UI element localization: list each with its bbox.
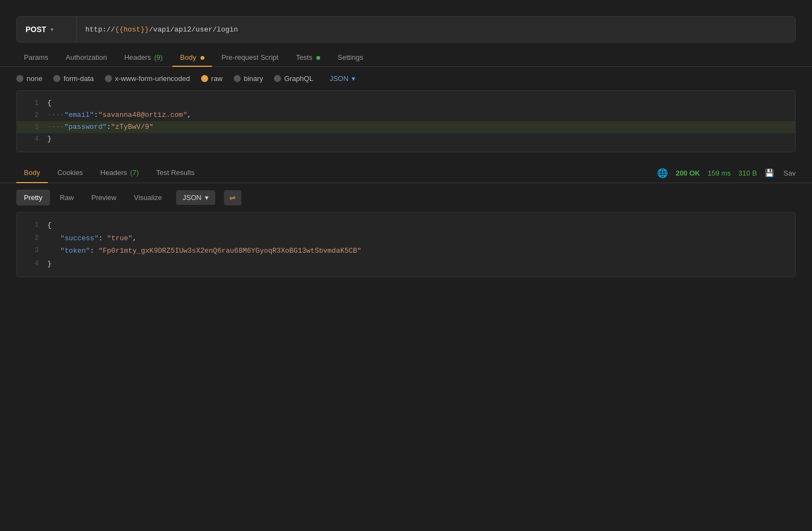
response-tab-cookies[interactable]: Cookies bbox=[50, 163, 91, 183]
url-display[interactable]: http://{{host}}/vapi/api2/user/login bbox=[77, 26, 795, 34]
resp-line-num-3: 3 bbox=[23, 245, 39, 257]
response-headers-badge: (7) bbox=[130, 168, 139, 177]
resp-line-content-2: "success": "true", bbox=[47, 232, 789, 245]
request-line-3: 3 ····"password":"zTyBwV/9" bbox=[17, 121, 795, 133]
radio-raw-circle bbox=[201, 75, 208, 82]
radio-binary-circle bbox=[234, 75, 241, 82]
body-type-bar: none form-data x-www-form-urlencoded raw… bbox=[0, 67, 812, 90]
line-num-4: 4 bbox=[23, 133, 39, 145]
response-format-label: JSON bbox=[183, 193, 202, 202]
resp-line-num-4: 4 bbox=[23, 258, 39, 270]
request-line-2: 2 ····"email":"savanna48@ortiz.com", bbox=[17, 109, 795, 121]
format-selector[interactable]: JSON ▾ bbox=[329, 74, 355, 83]
tab-prerequest[interactable]: Pre-request Script bbox=[214, 49, 286, 67]
response-tabs-bar: Body Cookies Headers (7) Test Results 🌐 … bbox=[0, 163, 812, 183]
request-body-editor[interactable]: 1 { 2 ····"email":"savanna48@ortiz.com",… bbox=[16, 90, 796, 152]
view-selector-bar: Pretty Raw Preview Visualize JSON ▾ ⇌ bbox=[0, 183, 812, 212]
response-tab-headers[interactable]: Headers (7) bbox=[93, 163, 147, 183]
line-content-2: ····"email":"savanna48@ortiz.com", bbox=[47, 109, 789, 121]
resp-line-content-3: "token": "Fp0r1mty_gxK9DRZ5IUw3sX2enQ6ra… bbox=[47, 245, 789, 257]
response-size: 310 B bbox=[739, 169, 757, 177]
body-dot-icon bbox=[201, 56, 204, 60]
tab-params[interactable]: Params bbox=[16, 49, 56, 67]
url-variable: {{host}} bbox=[115, 26, 149, 34]
tab-body[interactable]: Body bbox=[172, 49, 211, 67]
method-selector[interactable]: POST ▾ bbox=[17, 17, 77, 42]
tests-dot-icon bbox=[316, 56, 320, 60]
tab-headers[interactable]: Headers (9) bbox=[117, 49, 171, 67]
save-label: Sav bbox=[784, 169, 796, 177]
radio-none[interactable]: none bbox=[16, 74, 42, 83]
radio-form-data-label: form-data bbox=[64, 74, 94, 83]
resp-line-content-4: } bbox=[47, 258, 789, 270]
view-tab-preview[interactable]: Preview bbox=[84, 190, 124, 205]
line-content-1: { bbox=[47, 97, 789, 109]
response-format-selector[interactable]: JSON ▾ bbox=[176, 190, 215, 205]
headers-badge: (9) bbox=[154, 53, 163, 61]
view-tab-visualize[interactable]: Visualize bbox=[126, 190, 170, 205]
radio-urlencoded-label: x-www-form-urlencoded bbox=[115, 74, 190, 83]
radio-raw[interactable]: raw bbox=[201, 74, 223, 83]
format-chevron-icon: ▾ bbox=[352, 74, 355, 83]
method-chevron-icon: ▾ bbox=[51, 26, 54, 33]
radio-none-circle bbox=[16, 75, 23, 82]
response-section: Body Cookies Headers (7) Test Results 🌐 … bbox=[0, 163, 812, 277]
response-line-1: 1 { bbox=[17, 219, 795, 232]
wrap-toggle-icon[interactable]: ⇌ bbox=[224, 190, 241, 205]
save-icon[interactable]: 💾 bbox=[765, 168, 774, 177]
tab-tests[interactable]: Tests bbox=[288, 49, 328, 67]
format-label: JSON bbox=[329, 74, 348, 83]
line-content-3: ····"password":"zTyBwV/9" bbox=[47, 121, 789, 133]
radio-urlencoded[interactable]: x-www-form-urlencoded bbox=[105, 74, 190, 83]
response-meta: 🌐 200 OK 159 ms 310 B 💾 Sav bbox=[657, 168, 796, 178]
request-line-4: 4 } bbox=[17, 133, 795, 145]
response-tab-body[interactable]: Body bbox=[16, 163, 48, 183]
radio-raw-label: raw bbox=[211, 74, 223, 83]
tab-settings[interactable]: Settings bbox=[330, 49, 371, 67]
request-line-1: 1 { bbox=[17, 97, 795, 109]
response-time: 159 ms bbox=[708, 169, 731, 177]
request-tabs: Params Authorization Headers (9) Body Pr… bbox=[0, 42, 812, 67]
radio-form-data[interactable]: form-data bbox=[53, 74, 94, 83]
resp-line-num-1: 1 bbox=[23, 219, 39, 232]
radio-urlencoded-circle bbox=[105, 75, 112, 82]
url-suffix: /vapi/api2/user/login bbox=[149, 26, 238, 34]
status-badge: 200 OK bbox=[676, 169, 700, 177]
line-num-2: 2 bbox=[23, 109, 39, 121]
radio-graphql-circle bbox=[274, 75, 281, 82]
radio-form-data-circle bbox=[53, 75, 60, 82]
resp-line-content-1: { bbox=[47, 219, 789, 232]
resp-line-num-2: 2 bbox=[23, 232, 39, 245]
view-tab-raw[interactable]: Raw bbox=[52, 190, 82, 205]
radio-graphql[interactable]: GraphQL bbox=[274, 74, 313, 83]
url-prefix: http:// bbox=[85, 26, 115, 34]
url-bar: POST ▾ http://{{host}}/vapi/api2/user/lo… bbox=[16, 16, 796, 42]
line-num-3: 3 bbox=[23, 121, 39, 133]
line-content-4: } bbox=[47, 133, 789, 145]
line-num-1: 1 bbox=[23, 97, 39, 109]
response-body-editor[interactable]: 1 { 2 "success": "true", 3 "token": "Fp0… bbox=[16, 212, 796, 277]
response-line-3: 3 "token": "Fp0r1mty_gxK9DRZ5IUw3sX2enQ6… bbox=[17, 245, 795, 257]
response-tab-test-results[interactable]: Test Results bbox=[148, 163, 202, 183]
radio-binary-label: binary bbox=[244, 74, 263, 83]
globe-icon: 🌐 bbox=[657, 168, 668, 178]
radio-binary[interactable]: binary bbox=[234, 74, 263, 83]
view-tab-pretty[interactable]: Pretty bbox=[16, 190, 50, 205]
response-format-chevron-icon: ▾ bbox=[205, 193, 209, 202]
response-line-4: 4 } bbox=[17, 258, 795, 270]
response-line-2: 2 "success": "true", bbox=[17, 232, 795, 245]
radio-graphql-label: GraphQL bbox=[284, 74, 313, 83]
tab-authorization[interactable]: Authorization bbox=[58, 49, 115, 67]
radio-none-label: none bbox=[27, 74, 42, 83]
method-label: POST bbox=[26, 25, 46, 34]
